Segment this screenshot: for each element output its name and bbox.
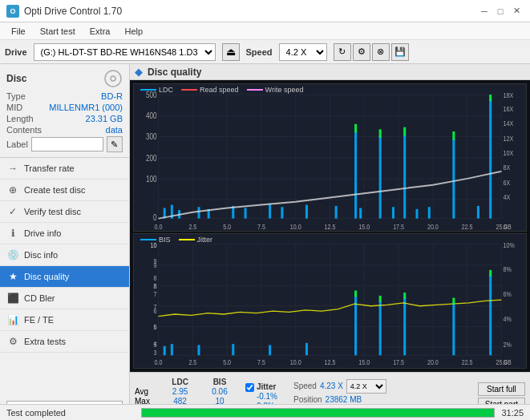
left-panel: Disc Type BD-R MID MILLENMR1 (000) Lengt… (0, 64, 130, 420)
settings-icon[interactable]: ⚙ (353, 43, 370, 61)
stats-avg-label: Avg (135, 387, 152, 396)
label-input[interactable] (31, 137, 103, 151)
maximize-button[interactable]: □ (493, 4, 508, 18)
drive-label: Drive (5, 47, 27, 57)
svg-rect-60 (379, 136, 382, 218)
label-edit-button[interactable]: ✎ (107, 136, 123, 152)
svg-text:GB: GB (503, 358, 511, 366)
status-time: 31:25 (501, 408, 524, 418)
svg-text:300: 300 (146, 132, 157, 141)
refresh-icon[interactable]: ↻ (334, 43, 351, 61)
disc-icon (103, 69, 123, 88)
svg-rect-65 (452, 139, 455, 219)
speed-select[interactable]: 4.2 X (279, 43, 327, 61)
svg-rect-57 (335, 206, 338, 219)
bis-avg: 0.06 (212, 387, 227, 396)
svg-text:20.0: 20.0 (427, 358, 439, 366)
erase-icon[interactable]: ⊗ (372, 43, 390, 61)
cd-bler-label: CD Bler (24, 293, 55, 303)
sidebar-item-drive-info[interactable]: ℹ Drive info (0, 223, 129, 244)
progress-bar-fill (142, 409, 494, 417)
svg-rect-132 (403, 298, 406, 356)
bis-header: BIS (213, 378, 227, 386)
svg-rect-129 (305, 343, 308, 355)
menu-help[interactable]: Help (118, 25, 149, 38)
disc-section: Disc Type BD-R MID MILLENMR1 (000) Lengt… (0, 64, 129, 158)
svg-rect-125 (171, 345, 173, 356)
sidebar-item-cd-bler[interactable]: ⬛ CD Bler (0, 288, 129, 309)
svg-text:17.5: 17.5 (393, 223, 404, 231)
sidebar-item-disc-info[interactable]: 💿 Disc info (0, 244, 129, 266)
cd-bler-icon: ⬛ (6, 292, 19, 305)
titlebar-left: O Opti Drive Control 1.70 (6, 5, 122, 18)
disc-header: Disc (6, 69, 123, 88)
drive-info-icon: ℹ (6, 227, 19, 240)
disc-length-row: Length 23.31 GB (6, 114, 123, 123)
svg-text:2%: 2% (503, 341, 511, 349)
status-text: Test completed (6, 408, 135, 418)
disc-quality-label: Disc quality (24, 272, 69, 281)
svg-text:7.5: 7.5 (257, 358, 265, 366)
svg-text:12.5: 12.5 (325, 223, 336, 231)
transfer-rate-icon: → (6, 162, 19, 175)
svg-rect-67 (489, 100, 492, 219)
svg-text:15.0: 15.0 (358, 223, 370, 231)
speed-row-select[interactable]: 4.2 X (346, 379, 386, 394)
start-full-button[interactable]: Start full (478, 382, 525, 396)
titlebar-title: Opti Drive Control 1.70 (24, 6, 122, 17)
ldc-legend: LDC (140, 86, 173, 94)
transfer-rate-label: Transfer rate (24, 164, 75, 173)
read-speed-legend: Read speed (181, 86, 239, 94)
svg-rect-53 (245, 208, 247, 219)
disc-title: Disc (6, 73, 26, 84)
eject-icon[interactable]: ⏏ (222, 43, 240, 61)
svg-rect-139 (489, 270, 492, 277)
svg-rect-70 (403, 127, 406, 135)
svg-text:4%: 4% (503, 316, 511, 324)
svg-rect-63 (415, 209, 418, 219)
svg-rect-134 (489, 276, 492, 356)
svg-text:200: 200 (146, 154, 157, 163)
svg-text:22.5: 22.5 (462, 223, 473, 231)
svg-rect-126 (197, 345, 200, 356)
write-speed-legend: Write speed (247, 86, 304, 94)
svg-rect-135 (354, 291, 357, 297)
jitter-avg: -0.1% (257, 392, 277, 401)
svg-rect-56 (305, 205, 308, 219)
svg-text:6%: 6% (503, 291, 511, 299)
svg-text:8: 8 (154, 274, 157, 282)
main-area: Disc Type BD-R MID MILLENMR1 (000) Lengt… (0, 64, 530, 420)
svg-text:4: 4 (154, 340, 157, 348)
svg-rect-64 (428, 207, 431, 218)
minimize-button[interactable]: ─ (477, 4, 492, 18)
chart-title: Disc quality (148, 67, 201, 78)
svg-point-1 (111, 76, 115, 81)
position-value: 23862 MB (326, 395, 362, 404)
sidebar-item-extra-tests[interactable]: ⚙ Extra tests (0, 331, 129, 353)
sidebar-item-create-test-disc[interactable]: ⊕ Create test disc (0, 180, 129, 201)
menu-extra[interactable]: Extra (83, 25, 117, 38)
menu-start-test[interactable]: Start test (34, 25, 82, 38)
fe-te-label: FE / TE (24, 315, 54, 325)
svg-text:5: 5 (154, 324, 157, 332)
chart-header-icon: ◆ (135, 66, 143, 78)
sidebar-item-verify-test-disc[interactable]: ✓ Verify test disc (0, 201, 129, 223)
save-icon[interactable]: 💾 (391, 43, 409, 61)
lower-chart: BIS Jitter (133, 233, 527, 369)
speed-row: Speed 4.23 X 4.2 X (293, 379, 386, 394)
sidebar-item-fe-te[interactable]: 📊 FE / TE (0, 309, 129, 331)
menu-file[interactable]: File (5, 25, 32, 38)
svg-point-0 (105, 71, 121, 87)
svg-rect-127 (232, 345, 234, 356)
drivebar: Drive (G:) HL-DT-ST BD-RE WH16NS48 1.D3 … (0, 40, 530, 64)
drive-select[interactable]: (G:) HL-DT-ST BD-RE WH16NS48 1.D3 (34, 43, 216, 61)
sidebar-item-transfer-rate[interactable]: → Transfer rate (0, 158, 129, 180)
svg-rect-124 (164, 346, 166, 356)
sidebar-item-disc-quality[interactable]: ★ Disc quality (0, 266, 129, 288)
svg-text:12X: 12X (503, 135, 513, 143)
disc-type-row: Type BD-R (6, 91, 123, 101)
nav-list: → Transfer rate ⊕ Create test disc ✓ Ver… (0, 158, 129, 398)
svg-text:6X: 6X (503, 179, 510, 187)
close-button[interactable]: ✕ (509, 4, 524, 18)
jitter-checkbox[interactable] (245, 383, 254, 392)
